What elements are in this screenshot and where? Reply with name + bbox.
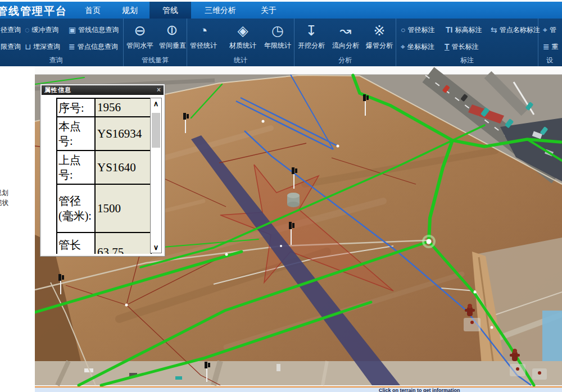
- dialog-title: 属性信息: [44, 86, 71, 93]
- burst-analysis-button[interactable]: ※ 爆管分析: [363, 22, 396, 51]
- layers-button[interactable]: ≣重: [543, 41, 559, 52]
- attr-value: 63.75: [95, 233, 151, 254]
- buffer-icon: ◌: [25, 26, 29, 34]
- flow-arrow-icon: ↝: [329, 22, 362, 39]
- ribbon-group-query: 径查询 ◌缓冲查询 ▣管线信息查询 限查询 ⊔埋深查询 ≣管点信息查询 查询: [0, 19, 124, 66]
- menu-3d-analysis[interactable]: 三维分析: [199, 2, 242, 19]
- table-row: 序号: 1956: [57, 98, 151, 117]
- menu-home[interactable]: 首页: [80, 2, 105, 19]
- table-row: 管长(米): 63.75: [57, 233, 151, 254]
- diameter-stats-button[interactable]: ◔ 管径统计: [187, 22, 220, 51]
- dialog-body: 序号: 1956 本点号: YS16934 上点号: YS1640 管径(毫米)…: [42, 95, 164, 254]
- attr-value: YS1640: [95, 151, 151, 184]
- scroll-down-icon[interactable]: ∨: [151, 243, 161, 252]
- attr-label: 管长(米):: [57, 233, 95, 254]
- group-label-statistics: 统计: [187, 56, 294, 65]
- scroll-up-icon[interactable]: ∧: [151, 99, 161, 108]
- coordinate-label-button[interactable]: ⌖坐标标注: [401, 41, 434, 52]
- app-window: 管线管理平台 首页 规划 管线 三维分析 关于 径查询 ◌缓冲查询 ▣管线信息查…: [0, 0, 562, 392]
- status-message: Click on terrain to get information: [379, 388, 460, 392]
- diameter-query-button[interactable]: 径查询: [1, 24, 21, 35]
- depth-query-button[interactable]: ⊔埋深查询: [25, 41, 60, 52]
- group-label-analysis: 分析: [294, 56, 396, 65]
- flow-analysis-button[interactable]: ↝ 流向分析: [329, 22, 362, 51]
- cylinder-marker: [287, 193, 300, 207]
- depth-u-icon: ⊔: [25, 43, 31, 51]
- ribbon-group-measure: ⊖ 管间水平 ⊖ 管间垂直 管线量算: [124, 19, 187, 66]
- scene-top-strip: [35, 66, 562, 75]
- diamond-icon: ◈: [226, 22, 259, 39]
- scroll-thumb[interactable]: [152, 113, 160, 148]
- tree-item-current[interactable]: 现状: [0, 198, 8, 208]
- ribbon-group-analysis: ↧ 开挖分析 ↝ 流向分析 ※ 爆管分析 分析: [294, 19, 396, 66]
- attr-value: 1500: [95, 184, 151, 233]
- diameter-label-button[interactable]: ○管径标注: [401, 24, 434, 35]
- ribbon-group-settings: ⌖管 ≣重 设: [538, 19, 562, 66]
- tree-item-planning[interactable]: 规划: [0, 188, 8, 198]
- vertical-distance-button[interactable]: ⊖ 管间垂直: [156, 22, 189, 51]
- group-label-query: 查询: [0, 56, 117, 65]
- attr-label: 管径(毫米):: [57, 184, 95, 233]
- loop-arrows-icon: ⇆: [491, 26, 497, 34]
- attribute-info-dialog[interactable]: 属性信息 × 序号: 1956 本点号: YS16934 上点号: YS1640…: [40, 84, 165, 256]
- table-row: 上点号: YS1640: [57, 151, 151, 184]
- gauge-icon: ◔: [187, 22, 220, 39]
- group-label-measure: 管线量算: [124, 56, 187, 65]
- material-stats-button[interactable]: ◈ 材质统计: [226, 22, 259, 51]
- close-icon[interactable]: ×: [157, 85, 161, 95]
- ribbon-group-annotation: ○管径标注 TI标高标注 ⇆管点名称标注 ⌖坐标标注 T管长标注 标注: [396, 19, 538, 66]
- menu-about[interactable]: 关于: [256, 2, 281, 19]
- circle-icon: ○: [401, 26, 405, 34]
- point-name-label-button[interactable]: ⇆管点名称标注: [491, 24, 540, 35]
- attr-label: 序号:: [57, 98, 95, 117]
- attr-label: 上点号:: [57, 151, 95, 184]
- pipeline-info-query-button[interactable]: ▣管线信息查询: [69, 24, 119, 35]
- table-row: 本点号: YS16934: [57, 117, 151, 151]
- circle-horizontal-icon: ⊖: [124, 22, 156, 39]
- dialog-scrollbar[interactable]: ∧ ∨: [150, 98, 162, 253]
- dialog-title-bar[interactable]: 属性信息 ×: [42, 85, 164, 95]
- crosshair-icon: ⌖: [543, 26, 547, 34]
- buffer-query-button[interactable]: ◌缓冲查询: [25, 24, 58, 35]
- elevation-label-button[interactable]: TI标高标注: [446, 24, 482, 35]
- age-stats-button[interactable]: ◷ 年限统计: [261, 22, 294, 51]
- point-info-query-button[interactable]: ≣管点信息查询: [69, 41, 118, 52]
- attribute-table: 序号: 1956 本点号: YS16934 上点号: YS1640 管径(毫米)…: [56, 98, 152, 254]
- circle-vertical-icon: ⊖: [164, 14, 181, 47]
- ribbon-group-statistics: ◔ 管径统计 ◈ 材质统计 ◷ 年限统计 统计: [187, 19, 294, 66]
- cube-icon: ▣: [69, 26, 76, 34]
- layer-tree-sidebar: 规划 现状: [0, 66, 35, 392]
- layers-icon: ≣: [543, 43, 550, 51]
- menu-planning[interactable]: 规划: [117, 2, 142, 19]
- menu-bar: 管线管理平台 首页 规划 管线 三维分析 关于: [0, 2, 562, 19]
- group-label-annotation: 标注: [396, 56, 538, 65]
- clock-icon: ◷: [261, 22, 294, 39]
- attr-value: 1956: [95, 98, 151, 117]
- excavation-analysis-button[interactable]: ↧ 开挖分析: [295, 22, 328, 51]
- list-icon: ≣: [69, 43, 75, 51]
- burst-icon: ※: [363, 22, 396, 39]
- ti-icon: TI: [446, 26, 452, 34]
- group-label-settings: 设: [538, 56, 562, 65]
- length-label-button[interactable]: T管长标注: [445, 41, 479, 52]
- app-title: 管线管理平台: [0, 4, 67, 19]
- limit-query-button[interactable]: 限查询: [1, 41, 21, 52]
- crosshair-icon: ⌖: [401, 43, 405, 51]
- ribbon-toolbar: 径查询 ◌缓冲查询 ▣管线信息查询 限查询 ⊔埋深查询 ≣管点信息查询 查询 ⊖…: [0, 19, 562, 66]
- attr-value: YS16934: [95, 117, 151, 151]
- table-row: 管径(毫米): 1500: [57, 184, 151, 233]
- pipe-settings-button[interactable]: ⌖管: [543, 24, 556, 35]
- attr-label: 本点号:: [57, 117, 95, 151]
- excavator-icon: ↧: [295, 22, 328, 39]
- status-bar: Click on terrain to get information: [35, 386, 562, 392]
- t-underline-icon: T: [445, 43, 450, 51]
- horizontal-distance-button[interactable]: ⊖ 管间水平: [124, 22, 156, 51]
